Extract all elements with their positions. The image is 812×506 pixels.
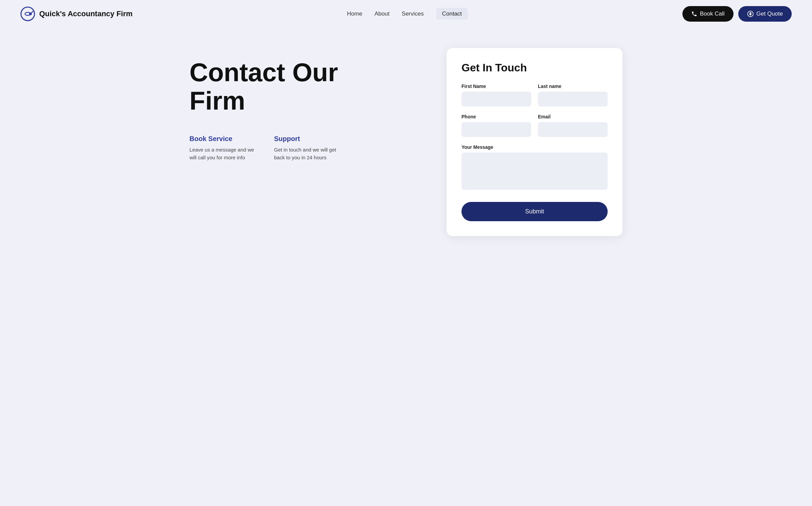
logo-text: Quick's Accountancy Firm <box>39 9 133 18</box>
main-content: Contact Our Firm Book Service Leave us a… <box>169 28 643 263</box>
info-cards: Book Service Leave us a message and we w… <box>189 135 359 161</box>
email-group: Email <box>538 114 608 137</box>
phone-group: Phone <box>461 114 531 137</box>
book-service-description: Leave us a message and we will call you … <box>189 146 257 161</box>
nav-link-about[interactable]: About <box>375 10 389 17</box>
nav-link-home[interactable]: Home <box>347 10 362 17</box>
first-name-label: First Name <box>461 84 531 89</box>
nav-links: Home About Services Contact <box>347 10 468 17</box>
nav-link-contact[interactable]: Contact <box>436 8 468 20</box>
nav-link-services[interactable]: Services <box>402 10 424 17</box>
email-label: Email <box>538 114 608 119</box>
nav-actions: Book Call Get Quote <box>682 6 792 22</box>
dollar-circle-icon <box>747 10 754 17</box>
form-heading: Get In Touch <box>461 62 608 74</box>
message-textarea[interactable] <box>461 153 608 190</box>
submit-button[interactable]: Submit <box>461 202 608 221</box>
phone-icon <box>691 11 697 17</box>
book-service-title: Book Service <box>189 135 257 143</box>
message-group: Your Message <box>461 144 608 191</box>
last-name-input[interactable] <box>538 92 608 107</box>
info-card-book-service: Book Service Leave us a message and we w… <box>189 135 257 161</box>
logo-link[interactable]: Quick's Accountancy Firm <box>20 6 133 21</box>
svg-point-0 <box>21 7 35 21</box>
message-label: Your Message <box>461 144 608 150</box>
get-quote-label: Get Quote <box>757 10 783 17</box>
first-name-group: First Name <box>461 84 531 107</box>
nav-item-services[interactable]: Services <box>402 10 424 17</box>
info-card-support: Support Get in touch and we will get bac… <box>274 135 342 161</box>
left-section: Contact Our Firm Book Service Leave us a… <box>189 48 359 161</box>
last-name-group: Last name <box>538 84 608 107</box>
svg-line-2 <box>30 11 33 14</box>
hero-title: Contact Our Firm <box>189 58 359 115</box>
support-title: Support <box>274 135 342 143</box>
get-quote-button[interactable]: Get Quote <box>738 6 792 22</box>
navbar: Quick's Accountancy Firm Home About Serv… <box>0 0 812 28</box>
support-description: Get in touch and we will get back to you… <box>274 146 342 161</box>
nav-item-about[interactable]: About <box>375 10 389 17</box>
nav-item-home[interactable]: Home <box>347 10 362 17</box>
book-call-label: Book Call <box>700 10 725 17</box>
book-call-button[interactable]: Book Call <box>682 6 734 22</box>
logo-icon <box>20 6 35 21</box>
nav-item-contact[interactable]: Contact <box>436 10 468 17</box>
phone-input[interactable] <box>461 122 531 137</box>
name-row: First Name Last name <box>461 84 608 107</box>
last-name-label: Last name <box>538 84 608 89</box>
phone-label: Phone <box>461 114 531 119</box>
contact-form-card: Get In Touch First Name Last name Phone … <box>447 48 623 236</box>
first-name-input[interactable] <box>461 92 531 107</box>
email-input[interactable] <box>538 122 608 137</box>
contact-row: Phone Email <box>461 114 608 137</box>
